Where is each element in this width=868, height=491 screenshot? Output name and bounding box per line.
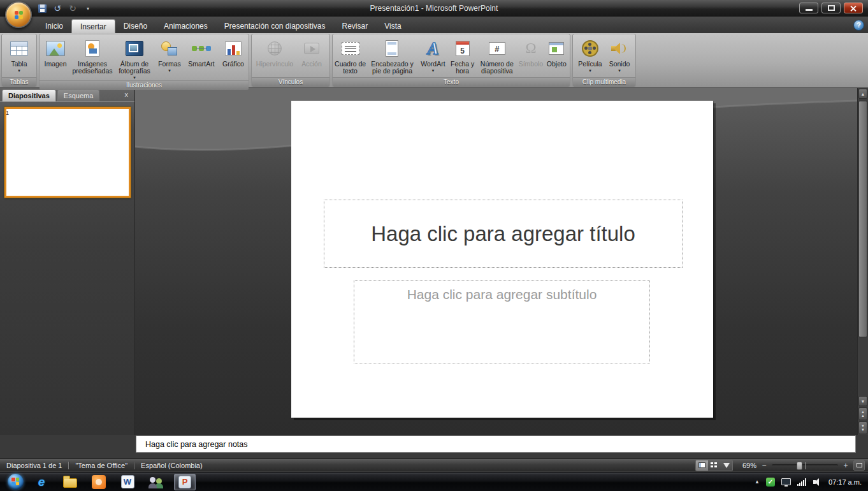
object-button[interactable]: Objeto xyxy=(544,35,569,77)
shapes-icon xyxy=(161,38,178,59)
slide-sorter-button[interactable] xyxy=(708,460,720,471)
movie-button[interactable]: Película ▾ xyxy=(575,35,605,77)
undo-button[interactable]: ↺ xyxy=(51,3,64,14)
contacts-app-button[interactable] xyxy=(145,474,167,490)
slideshow-icon xyxy=(723,463,730,468)
insert-chart-button[interactable]: Gráfico xyxy=(219,35,248,80)
dropdown-caret-icon: ▾ xyxy=(618,68,621,73)
hyperlink-icon xyxy=(268,38,282,59)
window-controls xyxy=(799,3,863,13)
group-label-clip-multimedia: Clip multimedia xyxy=(573,77,635,87)
theme-name[interactable]: "Tema de Office" xyxy=(69,462,134,469)
office-button[interactable] xyxy=(5,1,32,28)
picture-icon xyxy=(46,38,65,59)
hyperlink-button[interactable]: Hipervínculo xyxy=(254,35,296,77)
ribbon: Tabla ▾ Tablas Imagen Imágenes prediseña… xyxy=(0,33,868,88)
qat-customize-button[interactable]: ▾ xyxy=(82,3,94,14)
tab-diseno[interactable]: Diseño xyxy=(115,19,156,33)
tab-insertar[interactable]: Insertar xyxy=(71,19,115,33)
explorer-button[interactable] xyxy=(59,474,81,490)
tab-vista[interactable]: Vista xyxy=(376,19,409,33)
group-tablas: Tabla ▾ Tablas xyxy=(1,34,37,87)
network-tray-icon[interactable] xyxy=(797,478,807,486)
dropdown-caret-icon: ▾ xyxy=(589,68,591,73)
internet-explorer-icon: e xyxy=(38,475,45,489)
zoom-in-button[interactable]: + xyxy=(843,461,849,470)
notes-placeholder: Haga clic para agregar notas xyxy=(145,440,248,449)
notes-right-spacer xyxy=(856,435,868,453)
scrollbar-track[interactable] xyxy=(858,99,867,395)
taskbar-clock[interactable]: 07:17 a.m. xyxy=(828,478,862,486)
insert-clipart-button[interactable]: Imágenes prediseñadas xyxy=(71,35,114,80)
maximize-button[interactable] xyxy=(821,3,841,13)
text-box-button[interactable]: Cuadro de texto xyxy=(333,35,367,77)
slide-number-button[interactable]: # Número de diapositiva xyxy=(476,35,517,77)
panel-close-button[interactable]: x xyxy=(121,90,133,99)
symbol-button[interactable]: Ω Símbolo xyxy=(517,35,544,77)
close-button[interactable] xyxy=(844,3,863,13)
subtitle-placeholder[interactable]: Haga clic para agregar subtítulo xyxy=(354,280,650,363)
powerpoint-icon: P xyxy=(178,476,191,488)
minimize-button[interactable] xyxy=(799,3,818,13)
system-tray: ▲ ✓ 07:17 a.m. xyxy=(755,478,868,487)
header-footer-button[interactable]: Encabezado y pie de página xyxy=(367,35,417,77)
slide-sorter-icon xyxy=(711,462,718,468)
sound-button[interactable]: Sonido ▾ xyxy=(605,35,633,77)
word-button[interactable]: W xyxy=(117,474,138,490)
maximize-icon xyxy=(828,5,835,11)
insert-shapes-button[interactable]: Formas ▾ xyxy=(155,35,184,80)
notes-pane[interactable]: Haga clic para agregar notas xyxy=(136,435,856,453)
tab-animaciones[interactable]: Animaciones xyxy=(156,19,216,33)
vertical-scrollbar: ▲ ▼ ▲ ▲ ▼ ▼ xyxy=(857,88,868,435)
status-right: 69% − + xyxy=(695,460,868,471)
zoom-slider[interactable] xyxy=(772,464,838,466)
tab-presentacion[interactable]: Presentación con diapositivas xyxy=(216,19,334,33)
dropdown-caret-icon: ▾ xyxy=(18,68,20,73)
title-placeholder[interactable]: Haga clic para agregar título xyxy=(324,200,683,268)
tab-esquema[interactable]: Esquema xyxy=(57,89,99,101)
show-hidden-icons-button[interactable]: ▲ xyxy=(755,479,760,485)
internet-explorer-button[interactable]: e xyxy=(31,474,52,490)
insert-picture-button[interactable]: Imagen xyxy=(40,35,71,80)
tab-inicio[interactable]: Inicio xyxy=(37,19,71,33)
slideshow-button[interactable] xyxy=(720,460,732,471)
previous-slide-button[interactable]: ▲ ▲ xyxy=(858,407,867,420)
start-button[interactable] xyxy=(8,474,24,490)
action-button[interactable]: Acción xyxy=(296,35,328,77)
zoom-out-button[interactable]: − xyxy=(761,461,767,470)
tab-revisar[interactable]: Revisar xyxy=(334,19,377,33)
thumbnail-area: 1 xyxy=(0,102,134,435)
media-app-button[interactable] xyxy=(88,474,110,490)
volume-tray-icon[interactable] xyxy=(813,478,822,486)
scrollbar-thumb[interactable] xyxy=(858,101,867,337)
slide-workspace: Haga clic para agregar título Haga clic … xyxy=(135,88,857,435)
powerpoint-taskbar-button[interactable]: P xyxy=(174,474,196,490)
slide-thumbnail[interactable] xyxy=(4,107,131,198)
normal-view-button[interactable] xyxy=(696,460,708,471)
date-time-button[interactable]: 5 Fecha y hora xyxy=(449,35,476,77)
next-slide-button[interactable]: ▼ ▼ xyxy=(858,421,867,434)
redo-icon: ↻ xyxy=(69,3,76,13)
tab-diapositivas[interactable]: Diapositivas xyxy=(2,89,56,101)
redo-button[interactable]: ↻ xyxy=(66,3,79,14)
zoom-level[interactable]: 69% xyxy=(737,462,756,469)
language-indicator[interactable]: Español (Colombia) xyxy=(134,462,209,469)
group-label-texto: Texto xyxy=(333,77,570,87)
scroll-up-button[interactable]: ▲ xyxy=(858,89,867,99)
photo-album-button[interactable]: Álbum de fotografías ▾ xyxy=(114,35,155,80)
group-label-tablas: Tablas xyxy=(2,77,36,87)
antivirus-tray-icon[interactable]: ✓ xyxy=(766,478,775,487)
insert-table-button[interactable]: Tabla ▾ xyxy=(3,35,35,77)
zoom-slider-thumb[interactable] xyxy=(797,462,802,470)
wordart-button[interactable]: A WordArt ▾ xyxy=(417,35,449,77)
media-app-icon xyxy=(92,475,106,489)
display-tray-icon[interactable] xyxy=(781,478,791,485)
save-button[interactable] xyxy=(36,3,48,14)
slide-counter: Diapositiva 1 de 1 xyxy=(0,462,68,469)
photo-album-icon xyxy=(126,38,143,59)
help-button[interactable]: ? xyxy=(853,20,864,31)
scroll-down-button[interactable]: ▼ xyxy=(858,396,867,406)
slide-canvas[interactable]: Haga clic para agregar título Haga clic … xyxy=(291,101,713,418)
insert-smartart-button[interactable]: SmartArt xyxy=(184,35,219,80)
fit-to-window-button[interactable] xyxy=(853,460,865,471)
